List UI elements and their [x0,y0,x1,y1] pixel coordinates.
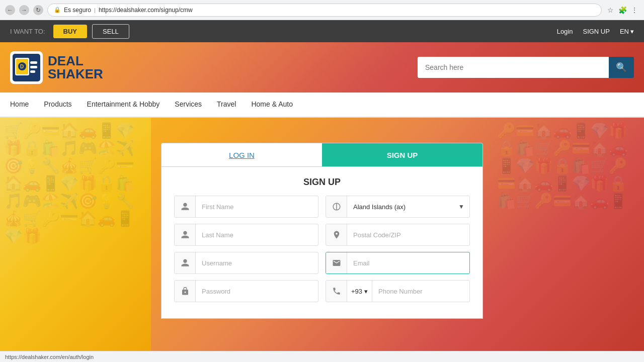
form-row-1: Aland Islands (ax) ▼ [174,196,470,218]
secure-icon: 🔒 [54,7,61,13]
person-icon [175,252,196,274]
logo-shaker-text: SHAKER [48,67,103,80]
lock-icon [175,280,196,302]
logo-area: D DEAL SHAKER [10,51,103,84]
status-bar: https://dealshaker.com/en/auth/login [0,351,644,362]
form-row-4: +93 ▾ [174,280,470,302]
top-bar: I WANT TO: BUY SELL Login SIGN UP EN ▾ [0,20,644,42]
browser-actions: ☆ 🧩 ⋮ [606,6,639,15]
tab-login-button[interactable]: LOG IN [162,143,322,166]
star-icon[interactable]: ☆ [606,6,615,15]
reload-button[interactable]: ↻ [33,5,43,15]
phone-code-selector[interactable]: +93 ▾ [347,281,372,302]
auth-container: LOG IN SIGN UP SIGN UP [161,143,483,319]
phone-input[interactable] [372,281,469,302]
nav-travel[interactable]: Travel [217,93,236,117]
form-row-2 [174,224,470,246]
password-input[interactable] [196,281,318,302]
search-input[interactable] [418,57,609,78]
extension-icon[interactable]: 🧩 [618,6,627,15]
search-area: 🔍 [418,57,634,78]
last-name-group [174,224,318,246]
lang-selector[interactable]: EN ▾ [620,28,634,35]
search-button[interactable]: 🔍 [609,57,634,78]
browser-chrome: ← → ↻ 🔒 Es seguro | https://dealshaker.c… [0,0,644,20]
lang-label: EN [620,28,629,35]
nav-home-auto[interactable]: Home & Auto [251,93,293,117]
nav-entertainment-hobby[interactable]: Entertainment & Hobby [87,93,160,117]
nav-bar: Home Products Entertainment & Hobby Serv… [0,93,644,118]
top-bar-right: Login SIGN UP EN ▾ [557,28,634,35]
address-bar[interactable]: 🔒 Es seguro | https://dealshaker.com/sig… [47,4,602,17]
sell-button[interactable]: SELL [92,24,129,39]
page: I WANT TO: BUY SELL Login SIGN UP EN ▾ D [0,20,644,362]
first-name-input[interactable] [196,196,318,217]
country-group: Aland Islands (ax) ▼ [326,196,470,218]
svg-rect-6 [30,66,37,68]
email-input[interactable] [347,252,469,274]
last-name-input[interactable] [196,224,318,245]
username-group [174,252,318,274]
password-group [174,280,318,302]
svg-rect-5 [30,61,37,64]
username-input[interactable] [196,252,318,274]
signup-link[interactable]: SIGN UP [583,28,609,35]
form-row-3 [174,252,470,274]
phone-code-value: +93 [351,288,362,295]
status-url: https://dealshaker.com/en/auth/login [5,354,94,360]
phone-group: +93 ▾ [326,280,470,302]
first-name-group [174,196,318,218]
country-chevron-icon: ▼ [453,203,469,210]
buy-button[interactable]: BUY [53,25,87,38]
country-select[interactable]: Aland Islands (ax) [347,196,453,217]
nav-products[interactable]: Products [44,93,71,117]
logo-deal-text: DEAL [48,54,103,67]
signup-title: SIGN UP [174,177,470,188]
search-icon: 🔍 [616,62,627,73]
phone-icon [326,280,347,302]
menu-icon[interactable]: ⋮ [630,6,639,15]
content-left-bg: 🛒🔑💳🏠🚗📱💎🎁🔒🛍️🎵🎮🏖️✈️🎯💡🔧🎪🛒🔑💳🏠🚗📱💎🎁🔒🛍️🎵🎮🏖️✈️🎯💡… [0,118,151,362]
auth-tabs: LOG IN SIGN UP [161,143,483,167]
nav-services[interactable]: Services [175,93,202,117]
logo-icon: D [10,51,43,84]
header: D DEAL SHAKER 🔍 [0,42,644,93]
forward-button[interactable]: → [19,5,29,15]
logo-text: DEAL SHAKER [48,54,103,80]
postal-input[interactable] [347,224,469,245]
login-link[interactable]: Login [557,28,573,35]
nav-home[interactable]: Home [10,93,29,117]
location-icon [326,224,347,246]
user-icon-2 [175,224,196,246]
email-group [326,252,470,274]
svg-rect-7 [30,70,35,73]
envelope-icon [326,252,347,274]
i-want-to-label: I WANT TO: [10,28,45,35]
signup-form: SIGN UP Aland Islands (ax) [161,167,483,319]
back-button[interactable]: ← [5,5,15,15]
url-text: https://dealshaker.com/signup/cmw [99,7,193,14]
lang-chevron-icon: ▾ [630,28,634,35]
content-area: 🛒🔑💳🏠🚗📱💎🎁🔒🛍️🎵🎮🏖️✈️🎯💡🔧🎪🛒🔑💳🏠🚗📱💎🎁🔒🛍️🎵🎮🏖️✈️🎯💡… [0,118,644,362]
secure-text: Es seguro [64,7,91,14]
tab-signup-button[interactable]: SIGN UP [322,143,482,166]
globe-icon [326,196,347,218]
postal-group [326,224,470,246]
svg-text:D: D [20,64,24,69]
user-icon [175,196,196,218]
phone-code-chevron-icon: ▾ [364,288,368,295]
